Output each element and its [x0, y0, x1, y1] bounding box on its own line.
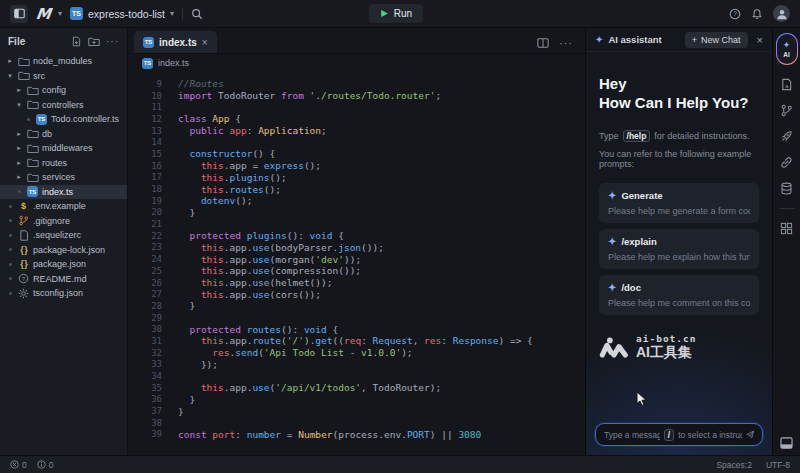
- tree-item-label: services: [42, 172, 75, 182]
- code-line-25[interactable]: 25 this.app.use(compression());: [128, 265, 585, 277]
- code-line-22[interactable]: 22 protected plugins(): void {: [128, 230, 585, 242]
- rail-links-button[interactable]: [780, 156, 793, 169]
- ai-greeting-line2: How Can I Help You?: [599, 93, 759, 112]
- code-line-29[interactable]: 29: [128, 312, 585, 324]
- tree-item-index-ts[interactable]: TSindex.ts: [0, 185, 127, 200]
- line-number: 39: [128, 429, 162, 439]
- chevron-right-icon[interactable]: ▸: [6, 57, 14, 65]
- code-line-19[interactable]: 19 dotenv();: [128, 195, 585, 207]
- workspace-chevron-icon[interactable]: ▾: [58, 9, 62, 18]
- chevron-right-icon[interactable]: ▸: [15, 144, 23, 152]
- ai-assistant-header: ✦ AI assistant + New Chat ×: [586, 28, 772, 52]
- prompt-card--explain[interactable]: ✦/explainPlease help me explain how this…: [599, 229, 759, 269]
- rail-database-button[interactable]: [780, 182, 793, 195]
- code-line-21[interactable]: 21: [128, 218, 585, 230]
- breadcrumb[interactable]: TS index.ts: [128, 54, 585, 72]
- code-line-10[interactable]: 10import TodoRouter from './routes/Todo.…: [128, 90, 585, 102]
- send-message-icon[interactable]: [746, 429, 754, 440]
- user-avatar[interactable]: [773, 5, 790, 22]
- new-folder-icon[interactable]: [88, 36, 100, 47]
- tree-item-tsconfig-json[interactable]: tsconfig.json: [0, 286, 127, 301]
- tree-item--sequelizerc[interactable]: .sequelizerc: [0, 228, 127, 243]
- help-command-chip[interactable]: /help: [623, 130, 651, 142]
- problems-infos[interactable]: 0: [37, 460, 54, 470]
- tree-item-middlewares[interactable]: ▸middlewares: [0, 141, 127, 156]
- modified-dot: [15, 190, 23, 193]
- prompt-card--doc[interactable]: ✦/docPlease help me comment on this code…: [599, 275, 759, 315]
- code-line-36[interactable]: 36 }: [128, 394, 585, 406]
- rail-ai-assistant-button[interactable]: ✦ AI: [776, 33, 798, 65]
- tree-item-controllers[interactable]: ▾controllers: [0, 98, 127, 113]
- tree-item-db[interactable]: ▸db: [0, 127, 127, 142]
- tree-item--env-example[interactable]: $.env.example: [0, 199, 127, 214]
- problems-errors[interactable]: 0: [10, 460, 27, 470]
- indentation-setting[interactable]: Spaces:2: [716, 460, 751, 470]
- code-line-24[interactable]: 24 this.app.use(morgan('dev'));: [128, 253, 585, 265]
- code-line-37[interactable]: 37}: [128, 405, 585, 417]
- chevron-right-icon[interactable]: ▸: [15, 130, 23, 138]
- code-line-26[interactable]: 26 this.app.use(helmet());: [128, 277, 585, 289]
- editor-more-icon[interactable]: ···: [559, 37, 573, 49]
- chevron-down-icon[interactable]: ▾: [15, 101, 23, 109]
- tab-close-icon[interactable]: ×: [202, 37, 208, 48]
- chevron-right-icon[interactable]: ▸: [15, 86, 23, 94]
- code-line-14[interactable]: 14: [128, 136, 585, 148]
- close-ai-panel-icon[interactable]: ×: [757, 34, 763, 46]
- code-line-35[interactable]: 35 this.app.use('/api/v1/todos', TodoRou…: [128, 382, 585, 394]
- code-line-39[interactable]: 39const port: number = Number(process.en…: [128, 429, 585, 441]
- prompt-card-generate[interactable]: ✦GeneratePlease help me generate a form …: [599, 183, 759, 223]
- new-file-icon[interactable]: [71, 36, 82, 47]
- rail-deploy-button[interactable]: [780, 130, 793, 143]
- toggle-bottom-panel-button[interactable]: [780, 437, 793, 449]
- code-line-20[interactable]: 20 }: [128, 207, 585, 219]
- code-line-30[interactable]: 30 protected routes(): void {: [128, 323, 585, 335]
- chat-input[interactable]: Type a message or / to select a instruct…: [595, 423, 763, 446]
- code-line-9[interactable]: 9//Routes: [128, 78, 585, 90]
- code-line-16[interactable]: 16 this.app = express();: [128, 160, 585, 172]
- chevron-right-icon[interactable]: ▸: [15, 159, 23, 167]
- code-line-11[interactable]: 11: [128, 101, 585, 113]
- rail-extensions-button[interactable]: [780, 222, 793, 235]
- encoding-setting[interactable]: UTF-8: [766, 460, 790, 470]
- tree-item--gitignore[interactable]: .gitignore: [0, 214, 127, 229]
- chevron-down-icon[interactable]: ▾: [6, 72, 14, 80]
- code-line-15[interactable]: 15 constructor() {: [128, 148, 585, 160]
- chevron-right-icon[interactable]: ▸: [15, 173, 23, 181]
- code-line-17[interactable]: 17 this.plugins();: [128, 172, 585, 184]
- code-line-34[interactable]: 34: [128, 370, 585, 382]
- split-editor-icon[interactable]: [537, 37, 549, 49]
- tree-item-src[interactable]: ▾src: [0, 69, 127, 84]
- tree-item-readme-md[interactable]: ?README.md: [0, 272, 127, 287]
- rail-source-control-button[interactable]: [780, 104, 793, 117]
- new-chat-button[interactable]: + New Chat: [685, 32, 748, 48]
- tree-item-package-json[interactable]: { }package.json: [0, 257, 127, 272]
- notifications-bell-icon[interactable]: [751, 8, 763, 20]
- tree-item-config[interactable]: ▸config: [0, 83, 127, 98]
- project-switcher[interactable]: TS express-todo-list ▾: [70, 7, 174, 20]
- code-line-33[interactable]: 33 });: [128, 359, 585, 371]
- explorer-more-icon[interactable]: ···: [106, 36, 119, 47]
- tab-index-ts[interactable]: TS index.ts ×: [134, 31, 217, 53]
- help-icon[interactable]: ?: [729, 8, 741, 20]
- code-line-27[interactable]: 27 this.app.use(cors());: [128, 288, 585, 300]
- code-line-13[interactable]: 13 public app: Application;: [128, 125, 585, 137]
- code-line-18[interactable]: 18 this.routes();: [128, 183, 585, 195]
- code-line-23[interactable]: 23 this.app.use(bodyParser.json());: [128, 242, 585, 254]
- tree-item-services[interactable]: ▸services: [0, 170, 127, 185]
- tree-item-todo-controller-ts[interactable]: TSTodo.controller.ts: [0, 112, 127, 127]
- marscode-logo[interactable]: M: [35, 5, 51, 23]
- tree-item-node-modules[interactable]: ▸node_modules: [0, 54, 127, 69]
- tree-item-routes[interactable]: ▸routes: [0, 156, 127, 171]
- tree-item-package-lock-json[interactable]: { }package-lock.json: [0, 243, 127, 258]
- toggle-sidebar-button[interactable]: [10, 5, 28, 23]
- run-button[interactable]: Run: [369, 4, 423, 23]
- code-editor[interactable]: 9//Routes10import TodoRouter from './rou…: [128, 72, 585, 455]
- code-line-38[interactable]: 38: [128, 417, 585, 429]
- code-line-28[interactable]: 28 }: [128, 300, 585, 312]
- code-line-31[interactable]: 31 this.app.route('/').get((req: Request…: [128, 335, 585, 347]
- rail-docs-button[interactable]: a: [780, 78, 793, 91]
- code-text: protected routes(): void {: [162, 324, 338, 335]
- code-line-12[interactable]: 12class App {: [128, 113, 585, 125]
- code-line-32[interactable]: 32 res.send('Api Todo List - v1.0.0');: [128, 347, 585, 359]
- search-icon[interactable]: [191, 8, 203, 20]
